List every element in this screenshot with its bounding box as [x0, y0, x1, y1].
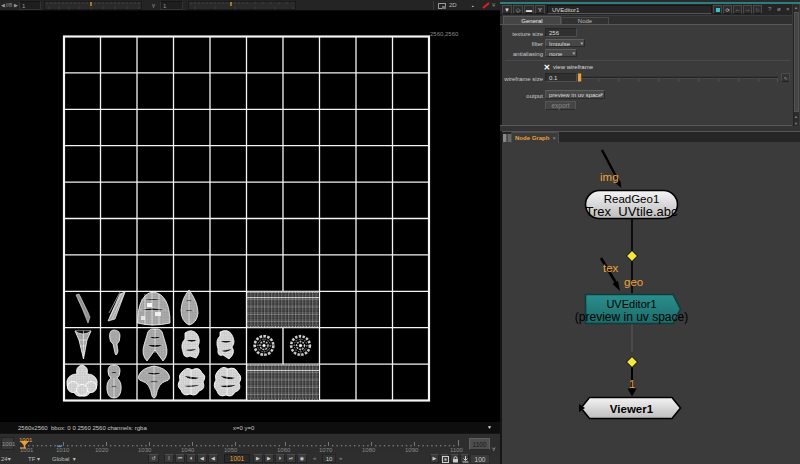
svg-text:Viewer1: Viewer1: [610, 403, 654, 415]
svg-text:2560,2560: 2560,2560: [430, 31, 459, 37]
svg-text:tex: tex: [603, 262, 619, 274]
svg-text:geo: geo: [624, 276, 643, 288]
svg-text:Trex_UVtile.abc: Trex_UVtile.abc: [586, 204, 678, 219]
svg-text:(preview in uv space): (preview in uv space): [575, 310, 688, 324]
svg-text:UVEditor1: UVEditor1: [606, 298, 656, 310]
svg-text:1: 1: [629, 378, 635, 390]
svg-text:img: img: [600, 171, 619, 183]
